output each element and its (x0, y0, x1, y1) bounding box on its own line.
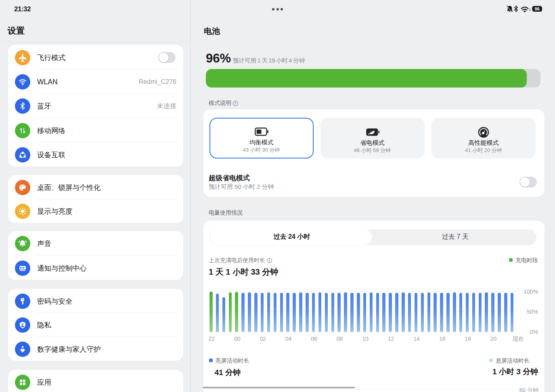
svg-text:96: 96 (535, 6, 540, 11)
